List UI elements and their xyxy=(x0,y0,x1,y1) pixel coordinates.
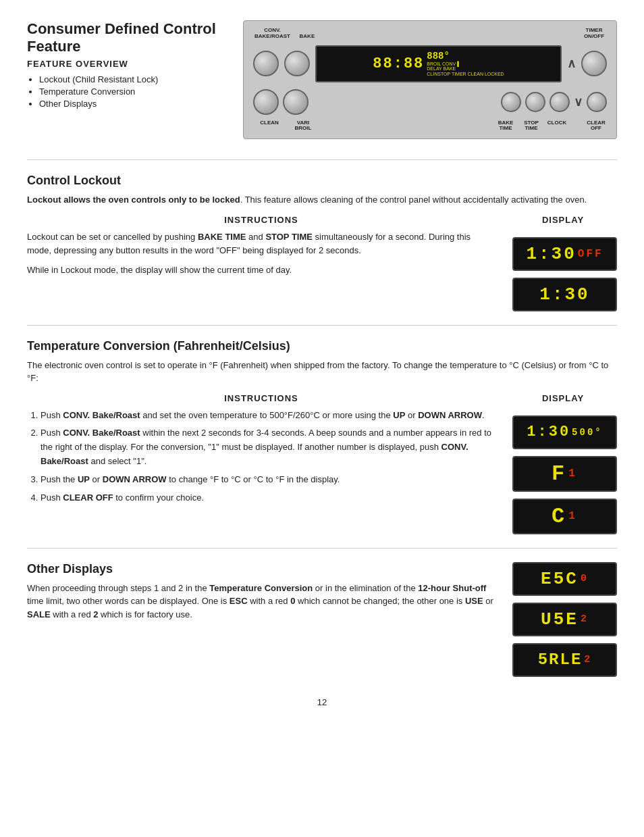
temp-step-1-bold2: UP xyxy=(393,410,405,420)
knob-clock xyxy=(549,92,570,112)
arrow-down-icon: ∨ xyxy=(574,95,583,109)
feature-overview-label: FEATURE OVERVIEW xyxy=(27,59,230,69)
display-sub-labels: BROIL CONV ▌DELAY BAKECLINSTOP TIMER CLE… xyxy=(427,61,504,77)
knob-conv-bake-roast xyxy=(253,51,279,76)
temp-step-3-bold2: DOWN ARROW xyxy=(103,474,167,484)
main-display: 88:88 888° BROIL CONV ▌DELAY BAKECLINSTO… xyxy=(315,45,562,82)
lockout-display-col: DISPLAY 1:30OFF 1:30 xyxy=(509,215,617,311)
other-displays-bold1: Temperature Conversion xyxy=(209,583,313,593)
lockout-instructions-text2: While in Lockout mode, the display will … xyxy=(27,263,495,278)
temp-display-1-time: 1:30 xyxy=(527,424,570,440)
knob-clean xyxy=(253,89,279,115)
temp-display-3-c: C xyxy=(552,504,567,529)
temp-conversion-two-col: INSTRUCTIONS Push CONV. Bake/Roast and s… xyxy=(27,393,617,534)
bottom-label-bake-time: BAKETIME xyxy=(495,120,516,132)
feature-list: Lockout (Child Resistant Lock) Temperatu… xyxy=(27,74,230,109)
temp-display-1: 1:30500° xyxy=(512,415,617,449)
temp-display-1-500: 500° xyxy=(572,427,603,438)
lockout-display-1-time: 1:30 xyxy=(526,244,576,264)
temp-step-1: Push CONV. Bake/Roast and set the oven t… xyxy=(41,409,495,423)
other-display-sale-text: 5RLE xyxy=(538,651,583,669)
lockout-stop-time-bold: STOP TIME xyxy=(265,232,313,242)
bottom-label-clock: CLOCK xyxy=(546,120,568,132)
feature-item-displays: Other Displays xyxy=(39,99,230,109)
knob-timer xyxy=(581,51,607,76)
panel-label-conv: CONV.BAKE/ROAST xyxy=(254,28,290,40)
panel-label-bake: BAKE xyxy=(300,34,315,40)
other-displays-section: Other Displays When proceeding through s… xyxy=(27,562,617,677)
lockout-display-1-off: OFF xyxy=(578,248,603,260)
lockout-intro: Lockout allows the oven controls only to… xyxy=(27,193,617,207)
temp-display-3: C1 xyxy=(512,499,617,534)
knob-bake xyxy=(284,51,310,76)
temp-step-2: Push CONV. Bake/Roast within the next 2 … xyxy=(41,426,495,468)
control-panel-image: CONV.BAKE/ROAST BAKE TIMERON/OFF 88:88 8… xyxy=(243,20,617,139)
lockout-display-2: 1:30 xyxy=(512,278,617,311)
other-displays-bold6: SALE xyxy=(27,609,51,619)
temp-conversion-title: Temperature Conversion (Fahrenheit/Celsi… xyxy=(27,339,617,353)
temp-step-1-bold1: CONV. Bake/Roast xyxy=(63,410,140,420)
other-display-use-sup: 2 xyxy=(581,613,589,625)
display-time: 88:88 xyxy=(373,55,424,72)
other-displays-bold4: 0 xyxy=(290,596,295,606)
knob-clear-off xyxy=(587,92,607,112)
lockout-title: Control Lockout xyxy=(27,174,617,188)
temp-display-2-sup: 1 xyxy=(568,467,578,480)
bottom-label-stop-time: STOPTIME xyxy=(520,120,542,132)
lockout-bake-time-bold: BAKE TIME xyxy=(198,232,246,242)
top-left: Consumer Defined Control Feature FEATURE… xyxy=(27,20,230,139)
other-displays-two-col: Other Displays When proceeding through s… xyxy=(27,562,617,677)
temp-step-3: Push the UP or DOWN ARROW to change °F t… xyxy=(41,473,495,487)
feature-item-lockout: Lockout (Child Resistant Lock) xyxy=(39,74,230,84)
bottom-label-clear-off: CLEAROFF xyxy=(585,120,607,132)
other-displays-intro: When proceeding through steps 1 and 2 in… xyxy=(27,582,495,622)
divider-2 xyxy=(27,325,617,326)
lockout-intro-bold: Lockout allows the oven controls only to… xyxy=(27,195,240,205)
temp-conversion-display-col: DISPLAY 1:30500° F1 C1 xyxy=(509,393,617,534)
panel-label-timer: TIMERON/OFF xyxy=(584,28,604,40)
lockout-display-header: DISPLAY xyxy=(509,215,617,225)
main-title: Consumer Defined Control Feature xyxy=(27,20,230,56)
other-display-esc: E5C0 xyxy=(512,562,617,596)
temp-step-3-bold1: UP xyxy=(78,474,90,484)
bottom-label-vari-broil: VARIBROIL xyxy=(288,120,318,132)
lockout-display-1: 1:30OFF xyxy=(512,237,617,271)
top-section: Consumer Defined Control Feature FEATURE… xyxy=(27,20,617,139)
temp-conversion-intro: The electronic oven control is set to op… xyxy=(27,359,617,385)
temp-display-3-sup: 1 xyxy=(568,510,578,522)
bottom-label-spacer xyxy=(572,120,581,132)
other-display-sale: 5RLE2 xyxy=(512,643,617,677)
divider-1 xyxy=(27,159,617,160)
other-displays-instructions-col: Other Displays When proceeding through s… xyxy=(27,562,495,677)
temp-step-4: Push CLEAR OFF to confirm your choice. xyxy=(41,491,495,505)
other-display-esc-text: E5C xyxy=(541,569,579,589)
other-display-use-text: U5E xyxy=(541,609,579,630)
display-888: 888° xyxy=(427,51,450,61)
temp-conversion-section: Temperature Conversion (Fahrenheit/Celsi… xyxy=(27,339,617,534)
other-displays-bold2: 12-hour Shut-off xyxy=(418,583,486,593)
lockout-instructions-text1: Lockout can be set or cancelled by pushi… xyxy=(27,230,495,259)
temp-step-4-bold: CLEAR OFF xyxy=(63,492,113,503)
temp-display-2-f: F xyxy=(552,461,567,486)
lockout-instructions-header: INSTRUCTIONS xyxy=(27,215,495,225)
lockout-instructions-col: INSTRUCTIONS Lockout can be set or cance… xyxy=(27,215,495,311)
other-displays-bold5: USE xyxy=(465,596,483,606)
temp-display-2: F1 xyxy=(512,456,617,492)
feature-item-conversion: Temperature Conversion xyxy=(39,86,230,97)
other-display-sale-sup: 2 xyxy=(584,654,591,665)
other-display-esc-sup: 0 xyxy=(581,573,589,584)
other-displays-bold7: 2 xyxy=(93,609,98,619)
temp-step-2-bold2: CONV. Bake/Roast xyxy=(41,442,468,466)
lockout-two-col: INSTRUCTIONS Lockout can be set or cance… xyxy=(27,215,617,311)
control-lockout-section: Control Lockout Lockout allows the oven … xyxy=(27,174,617,311)
other-displays-display-col: E5C0 U5E2 5RLE2 xyxy=(509,562,617,677)
knob-bake-time xyxy=(501,92,521,112)
page-number: 12 xyxy=(27,697,617,707)
lockout-display-2-time: 1:30 xyxy=(539,284,589,305)
other-displays-bold3: ESC xyxy=(230,596,248,606)
other-displays-title: Other Displays xyxy=(27,562,495,576)
other-display-use: U5E2 xyxy=(512,603,617,636)
knob-stop-time xyxy=(525,92,545,112)
bottom-label-clean: CLEAN xyxy=(254,120,284,132)
temp-step-2-bold1: CONV. Bake/Roast xyxy=(63,428,140,438)
